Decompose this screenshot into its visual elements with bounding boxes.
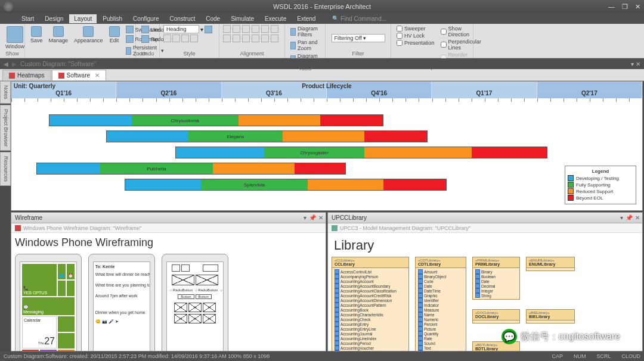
menu-configure[interactable]: Configure [128, 14, 163, 23]
roadmap-segment [49, 115, 131, 126]
wf-box [172, 264, 180, 272]
align-icon[interactable] [242, 25, 250, 33]
window-title: WSDL 2016 - Enterprise Architect [273, 3, 371, 10]
wf-button[interactable]: Button [178, 294, 194, 299]
close-button[interactable]: ✕ [635, 3, 640, 11]
library-card[interactable]: «CCLibrary»CCLibraryAccessControlListAcc… [332, 257, 409, 351]
sidetab-project-browser[interactable]: Project Browser [0, 105, 11, 151]
breadcrumb-close-icon[interactable]: ▾ ✕ [631, 61, 640, 67]
roadmap-bar[interactable]: Pulchella [36, 163, 345, 175]
library-card[interactable]: «CDTLibrary»CDTLibraryAmountBinaryObject… [415, 257, 466, 351]
roadmap-segment [472, 147, 547, 158]
window-button[interactable]: Window [4, 25, 26, 51]
panel-pin-icon[interactable]: ▾ [304, 214, 306, 221]
style-icon[interactable] [172, 35, 180, 42]
nav-back-icon[interactable]: ◀ [4, 61, 8, 67]
menu-layout[interactable]: Layout [69, 14, 97, 23]
panel-close-icon[interactable]: ✕ [635, 214, 640, 221]
diagram-icon [332, 225, 338, 231]
align-icon[interactable] [223, 25, 231, 33]
tab-software[interactable]: Software✕ [52, 70, 106, 80]
showdir-check[interactable]: Show Direction [439, 25, 484, 38]
tab-heatmaps[interactable]: Heatmaps [2, 70, 51, 80]
panel-autohide-icon[interactable]: 📌 [309, 214, 316, 221]
menu-code[interactable]: Code [201, 14, 225, 23]
align-icon[interactable] [252, 25, 259, 33]
maximize-button[interactable]: ❐ [622, 3, 628, 11]
align-icon[interactable] [261, 35, 269, 42]
save-button[interactable]: Save [29, 25, 45, 45]
library-card[interactable]: «ENUMLibrary»ENUMLibrary [526, 257, 575, 271]
phone-mockup-tiles: 📞YES OPTUS 🌐⏰ 💬Messaging CalendarThu27 📋… [15, 254, 82, 351]
align-icon[interactable] [233, 25, 240, 33]
menu-execute[interactable]: Execute [260, 14, 291, 23]
menu-simulate[interactable]: Simulate [226, 14, 259, 23]
align-icon[interactable] [271, 25, 278, 33]
panel-autohide-icon[interactable]: 📌 [626, 214, 633, 221]
tile-ie[interactable]: 🌐 [58, 264, 66, 279]
sidetab-notes[interactable]: Notes [0, 81, 11, 104]
menu-extend[interactable]: Extend [292, 14, 320, 23]
nav-fwd-icon[interactable]: ▶ [12, 61, 17, 67]
menu-publish[interactable]: Publish [98, 14, 127, 23]
command-search[interactable]: Find Command... [327, 14, 391, 23]
menu-design[interactable]: Design [40, 14, 68, 23]
tile[interactable] [58, 350, 75, 351]
align-icon[interactable] [261, 25, 269, 33]
wf-image-placeholder [172, 275, 194, 285]
appearance-button[interactable]: Appearance [72, 25, 105, 45]
wf-box [181, 264, 190, 272]
tile-office[interactable]: 📋 [22, 350, 39, 351]
app-logo-icon [4, 2, 13, 11]
hvlock-check[interactable]: HV Lock [395, 32, 436, 39]
roadmap-segment [295, 163, 345, 174]
align-icon[interactable] [242, 35, 250, 42]
panel-pin-icon[interactable]: ▾ [620, 214, 623, 221]
tile[interactable] [58, 316, 75, 332]
tile-phone[interactable]: 📞YES OPTUS [22, 264, 57, 296]
roadmap-bar[interactable]: Chrysogaster [175, 147, 547, 158]
roadmap-bar[interactable]: Splendida [125, 179, 447, 191]
sweeper-check[interactable]: Sweeper [395, 25, 436, 32]
presentation-check[interactable]: Presentation [395, 39, 436, 46]
manage-button[interactable]: Manage [47, 25, 70, 45]
wf-button[interactable]: Button [196, 294, 212, 299]
pan-zoom-option[interactable]: Pan and Zoom [289, 39, 322, 52]
library-card[interactable]: «BIELibrary»BIELibrary [526, 309, 575, 323]
apply-style-icon[interactable] [205, 26, 212, 33]
style-icon[interactable] [163, 35, 171, 42]
panel-close-icon[interactable]: ✕ [318, 214, 323, 221]
perp-check[interactable]: Perpendicular Lines [439, 38, 484, 51]
tile-calendar[interactable]: CalendarThu27 [22, 316, 57, 348]
edit-button[interactable]: Edit [107, 25, 122, 45]
align-icon[interactable] [233, 35, 240, 42]
tile-onenote[interactable]: 📓 [40, 350, 57, 351]
roadmap-legend: Legend Developing / TestingFully Support… [565, 166, 636, 204]
minimize-button[interactable]: — [608, 3, 615, 11]
align-icon[interactable] [252, 35, 259, 42]
tile[interactable] [58, 333, 75, 348]
panel-title: UPCCLibrary [332, 214, 367, 221]
library-card[interactable]: «PRIMLibrary»PRIMLibraryBinaryBooleanDat… [472, 257, 520, 300]
tile-messaging[interactable]: 💬Messaging [22, 297, 75, 315]
legend-item: Developing / Testing [568, 175, 633, 181]
diagram-filters-option[interactable]: Diagram Filters [289, 25, 322, 38]
tile[interactable] [58, 281, 66, 296]
style-heading-select[interactable]: Heading [163, 25, 199, 33]
side-tabs: NotesProject BrowserResources [0, 81, 11, 186]
menu-construct[interactable]: Construct [165, 14, 200, 23]
roadmap-bar[interactable]: Chrysostoma [49, 114, 383, 126]
document-tabs: HeatmapsSoftware✕ [0, 69, 644, 81]
align-icon[interactable] [223, 35, 231, 42]
tile[interactable] [67, 281, 75, 296]
menu-start[interactable]: Start [17, 14, 39, 23]
filter-select[interactable]: Filtering Off ▾ [332, 34, 385, 42]
roadmap-bar[interactable]: Elegans [106, 130, 428, 142]
align-icon[interactable] [271, 35, 278, 42]
style-icon[interactable] [181, 35, 189, 42]
sidetab-resources[interactable]: Resources [0, 152, 11, 186]
style-icon[interactable] [190, 35, 198, 42]
tile-alarm[interactable]: ⏰ [67, 264, 75, 279]
library-card[interactable]: «DOCLibrary»DOCLibrary [472, 309, 520, 323]
diagram-icon [15, 225, 21, 231]
